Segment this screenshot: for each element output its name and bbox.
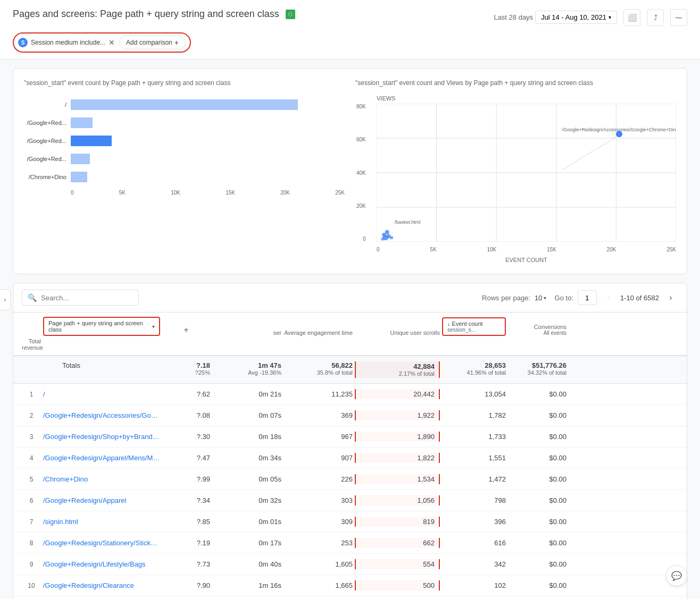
row-user-3: ?.30 [162,433,210,441]
row-event-count-3: 1,890 [355,432,440,442]
row-page-4[interactable]: /Google+Redesign/Apparel/Mens/Mens+T+Shi… [43,454,160,462]
row-event-count-9: 554 [355,559,440,569]
row-page-6[interactable]: /Google+Redesign/Apparel [43,496,160,504]
add-col-button[interactable]: + [162,324,210,336]
table-row: 4 /Google+Redesign/Apparel/Mens/Mens+T+S… [13,448,687,469]
scatter-y-20k: 20K [356,203,366,209]
row-page-3[interactable]: /Google+Redesign/Shop+by+Brand/YouTube [43,433,160,441]
sidebar-toggle[interactable]: › [0,289,11,310]
bar-x-25k: 25K [335,190,345,196]
row-event-count-10: 500 [355,580,440,590]
row-conversions-3: 1,733 [442,433,506,441]
row-num-2: 2 [22,412,41,419]
export-button[interactable]: ⬜ [623,9,640,26]
row-unique-scrolls-1: 11,235 [284,390,353,398]
next-page-button[interactable]: › [663,290,678,305]
prev-page-button[interactable]: ‹ [601,290,616,305]
row-revenue-8: $0.00 [508,539,566,547]
date-range-label: Last 28 days [494,13,533,21]
table-row: 1 / ?.62 0m 21s 11,235 20,442 13,054 $0.… [13,384,687,405]
bar-x-15k: 15K [226,190,235,196]
add-comparison-icon: + [174,38,179,47]
row-event-count-8: 662 [355,538,440,548]
bar-label-5: /Chrome+Dino [24,174,66,180]
feedback-button[interactable]: 💬 [666,565,687,586]
row-page-2[interactable]: /Google+Redesign/Accessories/Google+Chro… [43,411,160,419]
rows-per-page-value: 10 [535,294,542,302]
col-header-event-count[interactable]: ↓ Event count session_s... [442,317,506,336]
scatter-y-0: 0 [363,236,366,242]
row-page-7[interactable]: /signin.html [43,518,160,526]
scatter-x-0: 0 [377,247,380,252]
svg-point-16 [381,238,384,241]
row-page-8[interactable]: /Google+Redesign/Stationery/Stickers [43,539,160,547]
row-user-8: ?.19 [162,539,210,547]
rows-per-page-select[interactable]: 10 ▾ [535,294,546,302]
row-unique-scrolls-9: 1,605 [284,560,353,568]
row-unique-scrolls-7: 309 [284,518,353,526]
bar-fill-2 [71,117,93,128]
row-revenue-6: $0.00 [508,496,566,504]
scatter-chart-title: "session_start" event count and Views by… [355,79,676,87]
bar-fill-1 [71,99,298,110]
row-page-9[interactable]: /Google+Redesign/Lifestyle/Bags [43,560,160,568]
row-avg-engagement-10: 1m 16s [212,581,281,589]
feedback-icon: 💬 [671,571,682,581]
scatter-x-5k: 5K [430,247,436,252]
search-input[interactable] [41,294,133,302]
row-page-5[interactable]: /Chrome+Dino [43,475,160,483]
filter-chip: S Session medium include... ✕ [18,38,115,47]
scatter-x-10k: 10K [487,247,496,252]
totals-revenue: $51,776.26 34.32% of total [508,361,566,376]
totals-label: Totals [43,361,160,369]
search-box[interactable]: 🔍 [22,290,139,306]
col-header-revenue[interactable]: Total revenue [22,338,41,351]
row-revenue-10: $0.00 [508,581,566,589]
row-user-2: ?.08 [162,411,210,419]
row-num-6: 6 [22,497,41,504]
row-avg-engagement-9: 0m 40s [212,560,281,568]
insights-button[interactable]: ⁓ [670,9,687,26]
filter-chip-label: Session medium include... [31,39,105,46]
row-page-1[interactable]: / [43,390,160,398]
bar-fill-3 [71,136,112,146]
col-header-avg-engagement[interactable]: Average engagement time [284,330,353,336]
search-icon: 🔍 [28,293,37,302]
bar-label-2: /Google+Red... [24,120,66,126]
row-event-count-1: 20,442 [355,389,440,399]
col-header-user[interactable]: ser [212,330,281,336]
row-event-count-4: 1,822 [355,453,440,463]
go-to-input[interactable] [578,290,597,305]
share-icon: ⤴ [654,13,657,22]
row-avg-engagement-1: 0m 21s [212,390,281,398]
share-button[interactable]: ⤴ [647,9,664,26]
add-comparison-button[interactable]: Add comparison + [119,36,186,49]
row-unique-scrolls-10: 1,665 [284,581,353,589]
row-conversions-10: 102 [442,581,506,589]
row-revenue-7: $0.00 [508,518,566,526]
totals-event-count: 42,884 2.17% of total [355,361,440,378]
insights-icon: ⁓ [675,13,682,22]
dimension-col-header[interactable]: Page path + query string and screen clas… [43,317,160,336]
row-avg-engagement-5: 0m 05s [212,475,281,483]
col-event-count-sub: session_s... [447,327,501,333]
date-range-picker[interactable]: Jul 14 - Aug 10, 2021 ▾ [535,11,617,24]
row-event-count-2: 1,922 [355,410,440,420]
row-conversions-8: 616 [442,539,506,547]
col-header-unique-scrolls[interactable]: Unique user scrolls [355,330,440,336]
col-event-count-label: ↓ Event count [447,320,501,327]
col-header-conversions[interactable]: Conversions All events [508,324,566,336]
row-page-10[interactable]: /Google+Redesign/Clearance [43,581,160,589]
svg-point-14 [385,230,389,234]
bar-label-1: / [24,102,66,108]
row-user-7: ?.85 [162,518,210,526]
bar-chart-title: "session_start" event count by Page path… [24,79,345,87]
row-revenue-4: $0.00 [508,454,566,462]
row-conversions-5: 1,472 [442,475,506,483]
bar-x-0: 0 [71,190,74,196]
filter-chip-close-icon[interactable]: ✕ [109,38,115,47]
row-num-7: 7 [22,518,41,526]
row-avg-engagement-2: 0m 07s [212,411,281,419]
scatter-x-15k: 15K [547,247,556,252]
row-revenue-2: $0.00 [508,411,566,419]
